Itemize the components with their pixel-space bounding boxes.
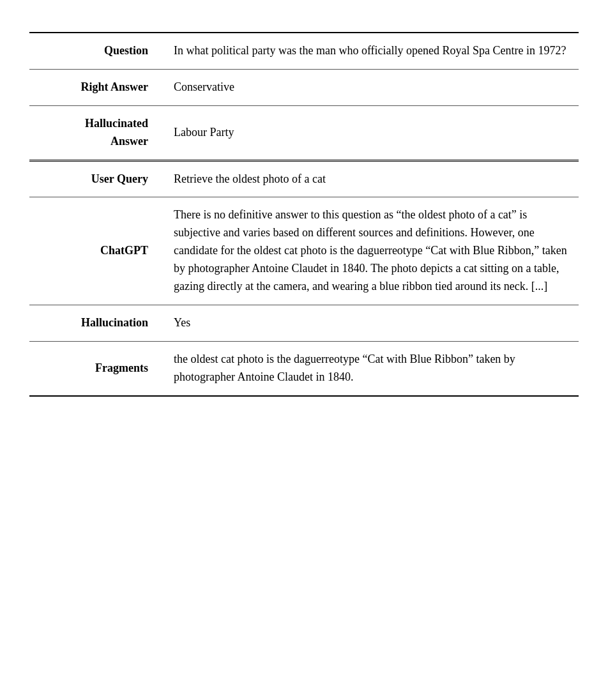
hallucinated-answer-value: Labour Party <box>163 105 579 160</box>
chatgpt-value: There is no definitive answer to this qu… <box>163 197 579 305</box>
main-table-container: QuestionIn what political party was the … <box>29 32 579 397</box>
hallucinated-answer-label: HallucinatedAnswer <box>29 105 163 160</box>
question-label: Question <box>29 33 163 69</box>
chatgpt-label: ChatGPT <box>29 197 163 305</box>
question-value: In what political party was the man who … <box>163 33 579 69</box>
hallucination-label: Hallucination <box>29 305 163 341</box>
fragments-label: Fragments <box>29 341 163 395</box>
right-answer-label: Right Answer <box>29 69 163 105</box>
qa-table: QuestionIn what political party was the … <box>29 32 579 397</box>
fragments-value: the oldest cat photo is the daguerreotyp… <box>163 341 579 395</box>
right-answer-value: Conservative <box>163 69 579 105</box>
user-query-value: Retrieve the oldest photo of a cat <box>163 160 579 197</box>
user-query-label: User Query <box>29 160 163 197</box>
hallucination-value: Yes <box>163 305 579 341</box>
